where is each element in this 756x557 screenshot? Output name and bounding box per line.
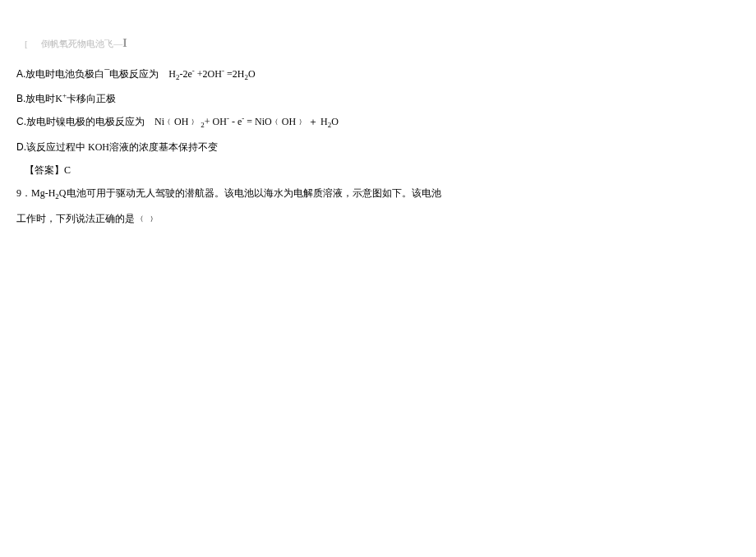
option-c-text: 放电时镍电极的电极反应为 xyxy=(26,116,145,127)
option-d-label: D. xyxy=(16,141,26,153)
answer-value: C xyxy=(64,164,71,176)
q9-text2: 工作时，下列说法正确的是 ﹙﹚ xyxy=(16,213,157,224)
option-b-label: B. xyxy=(16,93,25,104)
big-i-icon: I xyxy=(122,37,127,49)
q9-text1: Mg-H2Q电池可用于驱动无人驾驶的潜航器。该电池以海水为电解质溶液，示意图如下… xyxy=(31,187,441,199)
option-a-formula: H2-2e- +2OH- =2H2O xyxy=(168,68,255,80)
faint-text: 倒帆氧死物电池飞— xyxy=(41,39,122,48)
header-faint-line: [ 倒帆氧死物电池飞—I xyxy=(16,31,740,57)
option-d-text: 该反应过程中 KOH溶液的浓度基本保持不变 xyxy=(26,141,218,153)
q9-label: 9． xyxy=(16,187,31,199)
option-b-text: 放电时K+卡移向正极 xyxy=(25,93,116,104)
option-d: D.该反应过程中 KOH溶液的浓度基本保持不变 xyxy=(16,136,740,158)
option-a-text: 放电时电池负极白¯电极反应为 xyxy=(25,68,159,80)
document-content: [ 倒帆氧死物电池飞—I A.放电时电池负极白¯电极反应为 H2-2e- +2O… xyxy=(0,0,756,247)
option-a: A.放电时电池负极白¯电极反应为 H2-2e- +2OH- =2H2O xyxy=(16,63,740,86)
question-9-line2: 工作时，下列说法正确的是 ﹙﹚ xyxy=(16,208,740,229)
answer-line: 【答案】C xyxy=(16,159,740,181)
option-c: C.放电时镍电极的电极反应为 Ni﹙OH﹚ 2+ OH- - e- = NiO﹙… xyxy=(16,111,740,134)
option-b: B.放电时K+卡移向正极 xyxy=(16,88,740,109)
option-c-label: C. xyxy=(16,116,26,127)
option-a-label: A. xyxy=(16,68,25,80)
bracket-open: [ xyxy=(25,39,28,48)
answer-label: 【答案】 xyxy=(25,164,64,176)
question-9-line1: 9．Mg-H2Q电池可用于驱动无人驾驶的潜航器。该电池以海水为电解质溶液，示意图… xyxy=(16,182,740,205)
option-c-formula: Ni﹙OH﹚ 2+ OH- - e- = NiO﹙OH﹚ ＋ H2O xyxy=(154,116,339,127)
